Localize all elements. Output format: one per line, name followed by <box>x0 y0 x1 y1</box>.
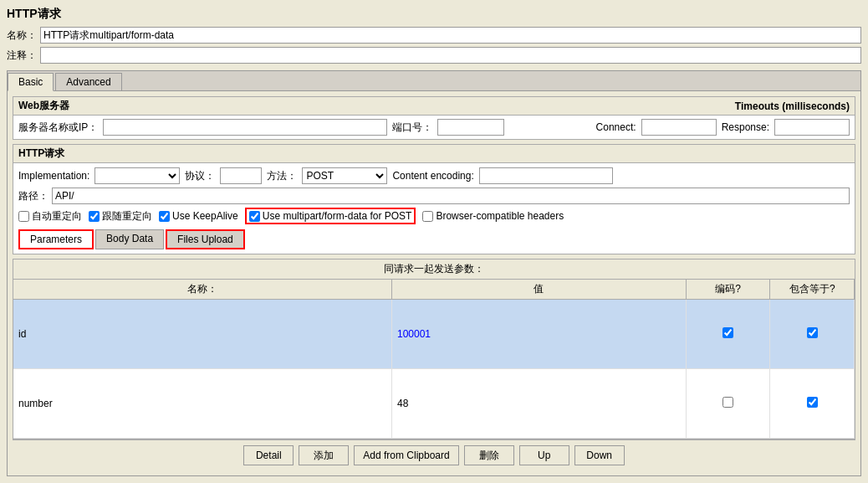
param-include-cell <box>770 369 855 439</box>
http-request-section: HTTP请求 Implementation: 协议： 方法： <box>13 144 855 254</box>
param-value-cell: 100001 <box>391 300 686 369</box>
response-input[interactable] <box>774 119 850 136</box>
multipart-label: Use multipart/form-data for POST <box>263 210 412 222</box>
params-table: 名称： 值 编码? 包含等于? id100001number48 <box>13 280 855 439</box>
multipart-check[interactable] <box>249 211 260 222</box>
impl-select-wrapper <box>94 167 180 184</box>
delete-button[interactable]: 删除 <box>464 445 514 465</box>
params-tbody: id100001number48 <box>13 300 855 439</box>
params-table-container: 同请求一起发送参数： 名称： 值 编码? 包含等于? id100001numbe… <box>13 259 855 439</box>
method-select-wrapper: POST GET PUT DELETE <box>302 167 387 184</box>
up-button[interactable]: Up <box>519 445 569 465</box>
encode-checkbox[interactable] <box>722 327 733 338</box>
add-button[interactable]: 添加 <box>299 445 349 465</box>
protocol-input[interactable] <box>220 167 262 184</box>
encode-checkbox[interactable] <box>722 397 733 408</box>
tab-basic[interactable]: Basic <box>8 73 54 91</box>
tab-content-basic: Web服务器 Timeouts (milliseconds) 服务器名称或IP：… <box>8 91 860 475</box>
browser-headers-label: Browser-compatible headers <box>436 210 564 222</box>
col-encode-header: 编码? <box>686 280 770 300</box>
timeouts-label: Timeouts (milliseconds) <box>735 100 850 112</box>
col-include-header: 包含等于? <box>770 280 855 300</box>
inner-tab-body-data[interactable]: Body Data <box>95 229 164 249</box>
path-label: 路径： <box>18 189 49 203</box>
include-checkbox[interactable] <box>807 327 818 338</box>
checkbox-multipart: Use multipart/form-data for POST <box>245 208 416 224</box>
inner-tab-files-upload[interactable]: Files Upload <box>166 229 245 249</box>
checkbox-row: 自动重定向 跟随重定向 Use KeepAlive Use multi <box>18 208 850 224</box>
impl-label: Implementation: <box>18 170 89 182</box>
main-panel: HTTP请求 名称： 注释： Basic Advanced Web服务器 Tim… <box>0 0 868 483</box>
port-label: 端口号： <box>392 121 432 135</box>
path-row: 路径： <box>18 188 850 204</box>
follow-redirect-label: 跟随重定向 <box>102 209 152 224</box>
param-encode-cell <box>686 300 770 369</box>
keep-alive-check[interactable] <box>159 211 170 222</box>
http-request-header: HTTP请求 <box>13 145 855 163</box>
inner-tab-parameters[interactable]: Parameters <box>18 229 94 249</box>
param-value-cell: 48 <box>391 369 686 439</box>
encoding-input[interactable] <box>479 167 613 184</box>
checkbox-keep-alive: Use KeepAlive <box>159 210 238 222</box>
tab-advanced[interactable]: Advanced <box>55 73 121 90</box>
checkbox-follow-redirect: 跟随重定向 <box>89 209 152 224</box>
web-server-title: Web服务器 <box>18 99 69 113</box>
comment-label: 注释： <box>7 49 37 63</box>
server-input[interactable] <box>103 119 387 136</box>
name-label: 名称： <box>7 28 37 43</box>
param-name-cell: number <box>13 369 391 439</box>
comment-row: 注释： <box>7 47 861 64</box>
params-title: 同请求一起发送参数： <box>13 259 855 280</box>
clipboard-button[interactable]: Add from Clipboard <box>354 445 458 465</box>
param-include-cell <box>770 300 855 369</box>
table-row[interactable]: number48 <box>13 369 855 439</box>
comment-input[interactable] <box>40 47 861 64</box>
response-label: Response: <box>722 121 769 133</box>
name-input[interactable] <box>40 27 861 44</box>
server-label: 服务器名称或IP： <box>18 121 98 135</box>
browser-headers-check[interactable] <box>422 211 433 222</box>
bottom-toolbar: Detail 添加 Add from Clipboard 删除 Up Down <box>13 439 855 470</box>
checkbox-browser-headers: Browser-compatible headers <box>422 210 564 222</box>
http-request-body: Implementation: 协议： 方法： POST G <box>13 163 855 254</box>
encoding-label: Content encoding: <box>392 170 473 182</box>
keep-alive-label: Use KeepAlive <box>172 210 238 222</box>
col-name-header: 名称： <box>13 280 391 300</box>
inner-tab-bar: Parameters Body Data Files Upload <box>18 229 850 249</box>
method-select[interactable]: POST GET PUT DELETE <box>303 168 386 183</box>
name-row: 名称： <box>7 27 861 44</box>
web-server-section: Web服务器 Timeouts (milliseconds) 服务器名称或IP：… <box>13 96 855 140</box>
tabs-container: Basic Advanced Web服务器 Timeouts (millisec… <box>7 70 861 476</box>
port-input[interactable] <box>437 119 504 136</box>
http-fields-row: Implementation: 协议： 方法： POST G <box>18 167 850 184</box>
method-label: 方法： <box>267 169 297 183</box>
web-server-header: Web服务器 Timeouts (milliseconds) <box>13 97 855 116</box>
table-header-row: 名称： 值 编码? 包含等于? <box>13 280 855 300</box>
panel-title: HTTP请求 <box>7 7 861 22</box>
param-encode-cell <box>686 369 770 439</box>
auto-redirect-label: 自动重定向 <box>32 209 82 224</box>
protocol-label: 协议： <box>185 169 215 183</box>
tab-bar: Basic Advanced <box>8 71 860 91</box>
impl-select[interactable] <box>95 168 179 183</box>
param-name-cell: id <box>13 300 391 369</box>
follow-redirect-check[interactable] <box>89 211 100 222</box>
auto-redirect-check[interactable] <box>18 211 29 222</box>
col-value-header: 值 <box>391 280 686 300</box>
connect-label: Connect: <box>596 121 636 133</box>
detail-button[interactable]: Detail <box>243 445 294 465</box>
web-server-body: 服务器名称或IP： 端口号： Connect: Response: <box>13 116 855 139</box>
down-button[interactable]: Down <box>574 445 625 465</box>
include-checkbox[interactable] <box>807 397 818 408</box>
table-row[interactable]: id100001 <box>13 300 855 369</box>
checkbox-auto-redirect: 自动重定向 <box>18 209 82 224</box>
connect-input[interactable] <box>641 119 717 136</box>
http-request-title: HTTP请求 <box>18 147 64 159</box>
path-input[interactable] <box>52 188 850 204</box>
